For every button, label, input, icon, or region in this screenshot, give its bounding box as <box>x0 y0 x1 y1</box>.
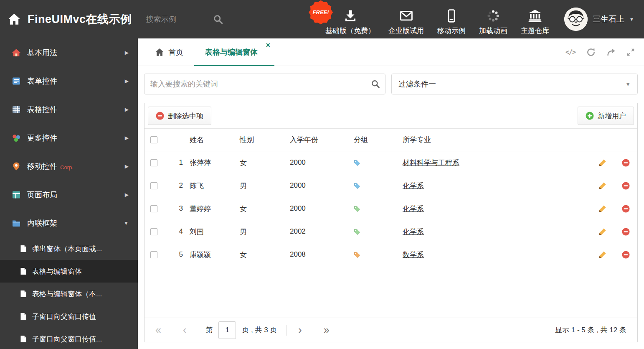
file-icon <box>20 267 27 275</box>
avatar <box>564 8 588 31</box>
divider <box>286 325 287 336</box>
row-index: 3 <box>165 197 186 220</box>
major-link[interactable]: 化学系 <box>403 228 424 236</box>
home-icon <box>8 13 21 25</box>
tag-icon <box>354 183 360 189</box>
top-search-input[interactable] <box>146 15 213 24</box>
file-icon <box>20 290 27 298</box>
tab-grid-edit-window[interactable]: 表格与编辑窗体 × <box>194 38 274 66</box>
sidebar-subitem-grid-edit-window-2[interactable]: 表格与编辑窗体（不... <box>0 283 138 305</box>
nav-enterprise-trial[interactable]: 企业版试用 <box>388 3 424 36</box>
grid-header-row: 姓名 性别 入学年份 分组 所学专业 <box>145 129 637 151</box>
share-icon[interactable] <box>606 48 616 57</box>
sidebar-item-form-controls[interactable]: 表单控件 ▶ <box>0 67 138 95</box>
row-checkbox[interactable] <box>150 205 157 212</box>
view-source-icon[interactable]: </> <box>565 48 576 56</box>
chevron-right-icon: ▶ <box>125 163 129 169</box>
download-icon <box>343 9 357 23</box>
major-link[interactable]: 化学系 <box>403 205 424 213</box>
delete-button[interactable] <box>622 205 630 213</box>
row-index: 1 <box>165 151 186 174</box>
cell-name: 康颖颖 <box>186 243 236 266</box>
row-checkbox[interactable] <box>150 228 157 235</box>
cell-year: 2002 <box>287 220 350 243</box>
row-index: 5 <box>165 243 186 266</box>
brand[interactable]: FineUIMvc在线示例 <box>8 12 132 27</box>
prev-page-button[interactable]: ‹ <box>183 325 186 335</box>
chevron-right-icon: ▶ <box>125 107 129 112</box>
delete-button[interactable] <box>622 228 630 236</box>
keyword-search <box>144 74 385 94</box>
sidebar-item-mobile-controls[interactable]: 移动控件 Corp. ▶ <box>0 152 138 181</box>
page-label-before: 第 <box>205 325 213 335</box>
major-link[interactable]: 化学系 <box>403 182 424 190</box>
row-checkbox[interactable] <box>150 251 157 258</box>
close-tab-icon[interactable]: × <box>266 41 270 49</box>
delete-button[interactable] <box>622 251 630 259</box>
edit-button[interactable] <box>598 182 606 190</box>
row-checkbox[interactable] <box>150 182 157 189</box>
house-icon <box>12 48 21 57</box>
cell-gender: 男 <box>236 174 287 197</box>
nav-basic-free[interactable]: FREE! 基础版（免费） <box>325 3 375 36</box>
keyword-search-input[interactable] <box>144 74 385 94</box>
tab-home[interactable]: 首页 <box>144 38 194 66</box>
layout-icon <box>12 190 21 199</box>
table-row: 1 张萍萍 女 2000 材料科学与工程系 <box>145 151 637 174</box>
add-user-button[interactable]: 新增用户 <box>578 107 634 125</box>
col-header-group: 分组 <box>350 129 399 151</box>
cell-name: 张萍萍 <box>186 151 236 174</box>
col-header-name: 姓名 <box>186 129 236 151</box>
edit-button[interactable] <box>598 228 606 236</box>
delete-selected-button[interactable]: 删除选中项 <box>148 107 211 125</box>
file-icon <box>20 313 27 320</box>
major-link[interactable]: 数学系 <box>403 251 424 259</box>
nav-mobile-demo[interactable]: 移动示例 <box>437 3 466 36</box>
edit-button[interactable] <box>598 251 606 259</box>
delete-button[interactable] <box>622 159 630 167</box>
home-icon <box>155 48 164 56</box>
nav-theme-repo[interactable]: 主题仓库 <box>521 3 549 36</box>
sidebar-item-iframe[interactable]: 内联框架 ▼ <box>0 209 138 237</box>
chevron-down-icon: ▼ <box>625 81 631 87</box>
sidebar-subitem-child-to-parent[interactable]: 子窗口向父窗口传值 <box>0 305 138 328</box>
row-checkbox[interactable] <box>150 159 157 166</box>
cell-gender: 女 <box>236 197 287 220</box>
sidebar-item-more-controls[interactable]: 更多控件 ▶ <box>0 124 138 152</box>
user-menu[interactable]: 三生石上 ▼ <box>564 8 634 31</box>
nav-loading-animation[interactable]: 加载动画 <box>479 3 507 36</box>
filter-dropdown[interactable]: 过滤条件一 ▼ <box>391 74 638 94</box>
table-row: 4 刘国 男 2002 化学系 <box>145 220 637 243</box>
col-header-gender: 性别 <box>236 129 287 151</box>
refresh-icon[interactable] <box>586 48 596 57</box>
delete-button[interactable] <box>622 182 630 190</box>
filter-dropdown-value: 过滤条件一 <box>398 79 436 89</box>
tag-icon <box>354 206 360 212</box>
sidebar-subitem-popup-window[interactable]: 弹出窗体（本页面或... <box>0 237 138 260</box>
fullscreen-icon[interactable] <box>626 48 635 56</box>
sidebar-subitem-child-to-parent-2[interactable]: 子窗口向父窗口传值... <box>0 328 138 349</box>
table-row: 3 董婷婷 女 2000 化学系 <box>145 197 637 220</box>
next-page-button[interactable]: › <box>298 325 302 335</box>
edit-button[interactable] <box>598 159 606 167</box>
sidebar-item-basic-usage[interactable]: 基本用法 ▶ <box>0 38 138 67</box>
sidebar-subitem-grid-edit-window[interactable]: 表格与编辑窗体 <box>0 260 138 283</box>
first-page-button[interactable]: « <box>155 325 161 335</box>
major-link[interactable]: 材料科学与工程系 <box>403 159 459 167</box>
last-page-button[interactable]: » <box>324 325 330 335</box>
sidebar-item-grid-controls[interactable]: 表格控件 ▶ <box>0 95 138 124</box>
main-content: 首页 表格与编辑窗体 × </> <box>138 38 644 349</box>
search-icon[interactable] <box>371 79 380 89</box>
cell-name: 刘国 <box>186 220 236 243</box>
dots-icon <box>12 133 21 143</box>
select-all-checkbox[interactable] <box>150 136 157 143</box>
sidebar-item-page-layout[interactable]: 页面布局 ▶ <box>0 181 138 209</box>
search-icon[interactable] <box>213 14 223 24</box>
form-icon <box>12 76 21 86</box>
row-index: 2 <box>165 174 186 197</box>
filter-row: 过滤条件一 ▼ <box>144 74 638 94</box>
edit-button[interactable] <box>598 205 606 213</box>
cell-gender: 女 <box>236 151 287 174</box>
cell-name: 陈飞 <box>186 174 236 197</box>
page-number-input[interactable] <box>218 321 236 339</box>
